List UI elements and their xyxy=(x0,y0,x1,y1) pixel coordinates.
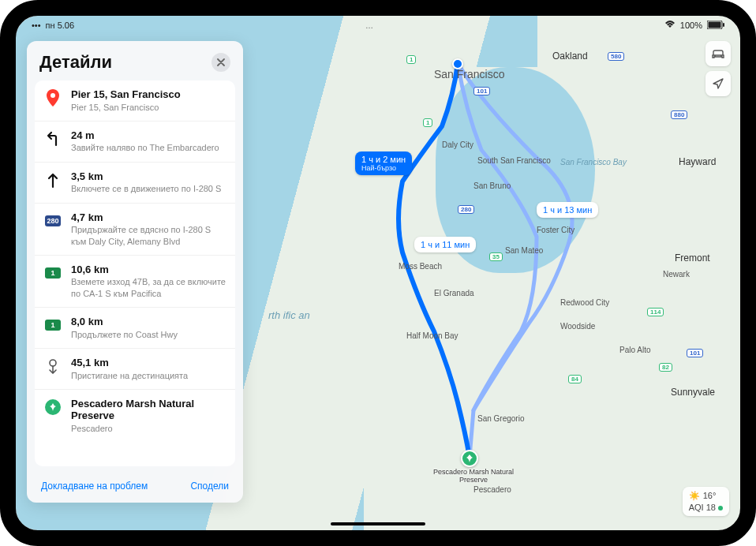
step-primary: Pescadero Marsh Natural Preserve xyxy=(71,398,226,422)
shield-icon: 82 xyxy=(659,363,672,372)
city-label: Newark xyxy=(663,270,690,279)
step-secondary: Придържайте се вдясно по I-280 S към Dal… xyxy=(71,224,226,247)
direction-step[interactable]: 1 8,0 km Продължете по Coast Hwy xyxy=(35,308,235,349)
direction-step[interactable]: Pescadero Marsh Natural Preserve Pescade… xyxy=(35,390,235,442)
route-callout-alt1[interactable]: 1 ч и 11 мин xyxy=(414,237,476,252)
details-panel: Детайли Pier 15, San Francisco Pier 15, … xyxy=(27,41,243,503)
sun-icon: ☀️ xyxy=(689,490,700,501)
shield-icon: 101 xyxy=(687,349,703,357)
locate-button[interactable] xyxy=(705,71,731,96)
status-dots-icon: ••• xyxy=(32,21,41,30)
direction-step[interactable]: 45,1 km Пристигане на дестинацията xyxy=(35,349,235,390)
aqi-dot-icon xyxy=(718,506,723,510)
direction-step[interactable]: 1 10,6 km Вземете изход 47B, за да се вк… xyxy=(35,256,235,308)
svg-point-3 xyxy=(714,55,716,57)
step-secondary: Завийте наляво по The Embarcadero xyxy=(71,142,226,153)
directions-list[interactable]: Pier 15, San Francisco Pier 15, San Fran… xyxy=(35,80,235,466)
shield-icon: 35 xyxy=(489,252,503,261)
city-label: Fremont xyxy=(675,252,710,264)
pin-end-icon xyxy=(44,398,62,416)
battery-percent: 100% xyxy=(680,21,702,30)
svg-rect-1 xyxy=(708,21,720,28)
transport-mode-button[interactable] xyxy=(705,41,731,66)
step-primary: 24 m xyxy=(71,129,226,142)
city-label: Palo Alto xyxy=(619,346,650,354)
city-label: Oakland xyxy=(552,50,588,62)
svg-point-5 xyxy=(51,93,55,98)
step-primary: 3,5 km xyxy=(71,170,226,183)
step-primary: 10,6 km xyxy=(71,264,226,276)
straight-icon xyxy=(44,171,62,189)
report-problem-link[interactable]: Докладване на проблем xyxy=(41,481,148,492)
city-label: San Francisco xyxy=(434,68,504,80)
city-label: El Granada xyxy=(434,289,474,297)
turn-left-icon xyxy=(44,130,62,148)
state-route-shield-icon: 1 xyxy=(44,316,62,334)
route-end-marker[interactable] xyxy=(461,450,478,467)
state-route-shield-icon: 1 xyxy=(44,264,62,282)
step-secondary: Пристигане на дестинацията xyxy=(71,370,226,381)
shield-icon: 1 xyxy=(423,118,432,127)
city-label: Pescadero xyxy=(473,485,511,494)
step-secondary: Pescadero xyxy=(71,423,226,434)
svg-rect-2 xyxy=(723,23,724,27)
shield-icon: 84 xyxy=(568,375,582,383)
direction-step[interactable]: 3,5 km Включете се в движението по I-280… xyxy=(35,163,235,204)
city-label: Daly City xyxy=(442,140,473,149)
wifi-icon xyxy=(664,21,676,30)
panel-title: Детайли xyxy=(39,52,112,73)
step-secondary: Включете се в движението по I-280 S xyxy=(71,183,226,194)
city-label: San Gregorio xyxy=(477,414,524,423)
weather-chip[interactable]: ☀️ 16° AQI 18 xyxy=(683,487,729,516)
aqi-label: AQI 18 xyxy=(689,503,716,512)
water-label: rth ific an xyxy=(268,308,300,324)
direction-step[interactable]: 24 m Завийте наляво по The Embarcadero xyxy=(35,122,235,163)
home-indicator[interactable] xyxy=(331,522,425,525)
shield-icon: 101 xyxy=(473,87,490,95)
city-label: San Bruno xyxy=(473,181,511,190)
city-label: Moss Beach xyxy=(399,262,442,271)
close-button[interactable] xyxy=(211,53,230,72)
city-label: Woodside xyxy=(560,322,595,331)
step-secondary: Вземете изход 47B, за да се включите по … xyxy=(71,276,226,299)
city-label: Redwood City xyxy=(560,298,609,307)
weather-temp: 16° xyxy=(703,490,717,501)
status-time: пн 5.06 xyxy=(46,21,75,30)
city-label: Foster City xyxy=(537,226,574,234)
city-label: Hayward xyxy=(679,156,716,167)
shield-icon: 580 xyxy=(608,52,624,61)
pin-start-icon xyxy=(44,89,62,107)
shield-icon: 114 xyxy=(647,308,664,316)
step-primary: 8,0 km xyxy=(71,316,226,328)
interstate-shield-icon: 280 xyxy=(44,212,62,230)
arrive-icon xyxy=(44,357,62,375)
step-secondary: Pier 15, San Francisco xyxy=(71,102,226,113)
svg-point-6 xyxy=(50,360,56,366)
step-primary: 4,7 km xyxy=(71,211,226,224)
step-primary: 45,1 km xyxy=(71,357,226,369)
direction-step[interactable]: Pier 15, San Francisco Pier 15, San Fran… xyxy=(35,80,235,122)
city-label: Sunnyvale xyxy=(671,387,715,398)
step-primary: Pier 15, San Francisco xyxy=(71,88,226,101)
city-label: San Mateo xyxy=(505,246,543,255)
shield-icon: 280 xyxy=(458,205,474,214)
step-secondary: Продължете по Coast Hwy xyxy=(71,329,226,340)
route-callout-alt2[interactable]: 1 ч и 13 мин xyxy=(537,202,598,218)
shield-icon: 1 xyxy=(406,55,416,64)
share-link[interactable]: Сподели xyxy=(190,481,229,492)
city-label: South San Francisco xyxy=(477,156,551,165)
direction-step[interactable]: 280 4,7 km Придържайте се вдясно по I-28… xyxy=(35,204,235,256)
battery-icon xyxy=(707,21,724,31)
route-callout-primary[interactable]: 1 ч и 2 мин Най-бързо xyxy=(355,151,412,175)
status-bar: ••• пн 5.06 … 100% xyxy=(16,16,740,35)
shield-icon: 880 xyxy=(671,110,687,119)
city-label: Half Moon Bay xyxy=(406,331,458,340)
status-center: … xyxy=(365,21,373,30)
destination-label: Pescadero Marsh Natural Preserve xyxy=(430,469,517,484)
svg-point-4 xyxy=(720,55,722,57)
water-label: San Francisco Bay xyxy=(560,158,608,166)
